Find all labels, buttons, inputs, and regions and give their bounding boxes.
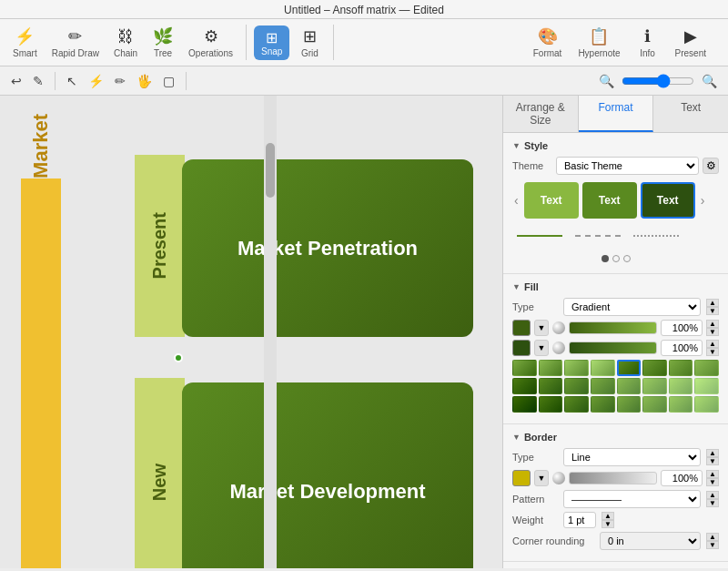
gradient-cell-14[interactable] — [669, 378, 693, 394]
canvas-scrollbar[interactable] — [264, 96, 277, 568]
stepper-down-2[interactable]: ▼ — [706, 348, 719, 356]
gradient-cell-3[interactable] — [591, 360, 615, 376]
line-swatch-dotted[interactable] — [629, 222, 683, 250]
border-stepper-up[interactable]: ▲ — [706, 449, 719, 457]
gradient-cell-22[interactable] — [669, 396, 693, 413]
zoom-slider[interactable] — [622, 74, 694, 88]
fill-gradient-bar-2[interactable] — [569, 342, 657, 354]
operations-button[interactable]: ⚙ Operations — [183, 25, 238, 60]
gradient-cell-9[interactable] — [539, 378, 563, 394]
gradient-cell-10[interactable] — [564, 378, 589, 394]
border-corner-select[interactable]: 0 in — [600, 532, 701, 550]
fill-section-header[interactable]: ▼ Fill — [512, 281, 719, 292]
border-type-stepper[interactable]: ▲ ▼ — [706, 449, 719, 465]
border-corner-stepper[interactable]: ▲ ▼ — [706, 533, 719, 549]
stepper-down[interactable]: ▼ — [706, 307, 719, 315]
fill-percent-2[interactable] — [661, 340, 703, 356]
border-stepper-color[interactable]: ▲ ▼ — [706, 470, 719, 486]
border-weight-input[interactable] — [563, 512, 596, 528]
gradient-cell-21[interactable] — [642, 396, 667, 413]
hypernote-button[interactable]: 📋 Hypernote — [572, 25, 625, 60]
lasso-button[interactable]: ⚡ — [85, 72, 107, 90]
gradient-cell-1[interactable] — [539, 360, 563, 376]
border-stepper-down[interactable]: ▼ — [706, 457, 719, 465]
style-section-header[interactable]: ▼ Style — [512, 140, 719, 151]
tab-text[interactable]: Text — [653, 96, 728, 132]
border-weight-stepper[interactable]: ▲ ▼ — [602, 512, 614, 528]
gradient-cell-17[interactable] — [539, 396, 563, 413]
border-color-swatch[interactable] — [512, 470, 531, 486]
grid-button[interactable]: ⊞ Grid — [293, 25, 326, 60]
rapid-draw-button[interactable]: ✏ Rapid Draw — [46, 25, 105, 60]
swatch-next-arrow[interactable]: › — [699, 191, 707, 209]
stepper-up-1[interactable]: ▲ — [706, 320, 719, 328]
fill-color-ball-2[interactable] — [552, 342, 565, 354]
scroll-thumb[interactable] — [266, 143, 275, 198]
border-type-select[interactable]: Line — [563, 448, 701, 466]
handle-top[interactable] — [174, 353, 183, 362]
fill-color-dropdown-2[interactable]: ▼ — [534, 340, 549, 356]
panel-scroll-area[interactable]: ▼ Style Theme Basic Theme ⚙ ‹ — [503, 133, 728, 568]
pencil-button[interactable]: ✎ — [29, 72, 47, 90]
border-pattern-stepper[interactable]: ▲ ▼ — [706, 491, 719, 507]
border-weight-stepper-up[interactable]: ▲ — [602, 512, 614, 520]
gradient-cell-7[interactable] — [694, 360, 719, 376]
stepper-up-2[interactable]: ▲ — [706, 340, 719, 348]
border-pattern-stepper-down[interactable]: ▼ — [706, 499, 719, 507]
shadow-section[interactable]: ▶ Shadow — [503, 562, 728, 568]
fill-type-select[interactable]: Gradient — [563, 298, 701, 316]
gradient-cell-20[interactable] — [617, 396, 642, 413]
fill-gradient-bar-1[interactable] — [569, 321, 657, 334]
gradient-cell-2[interactable] — [564, 360, 589, 376]
swatch-prev-arrow[interactable]: ‹ — [512, 191, 521, 209]
market-development-box[interactable]: Market Development — [182, 382, 473, 568]
gradient-cell-0[interactable] — [512, 360, 537, 376]
swatch-dark[interactable]: Text — [641, 182, 695, 219]
border-color-ball[interactable] — [552, 472, 565, 484]
gradient-cell-18[interactable] — [564, 396, 589, 413]
format-button[interactable]: 🎨 Format — [528, 25, 568, 60]
gear-button[interactable]: ⚙ — [703, 158, 719, 174]
smart-button[interactable]: ⚡ Smart — [7, 25, 43, 60]
stamp-button[interactable]: 🖐 — [133, 72, 156, 90]
gradient-cell-19[interactable] — [591, 396, 615, 413]
market-penetration-box[interactable]: Market Penetration — [182, 159, 473, 337]
pen-button[interactable]: ✏ — [111, 72, 129, 90]
stepper-down-1[interactable]: ▼ — [706, 328, 719, 336]
border-weight-stepper-down[interactable]: ▼ — [602, 520, 614, 528]
snap-button[interactable]: ⊞ Snap — [254, 25, 289, 60]
border-gradient-bar[interactable] — [569, 472, 657, 484]
gradient-cell-23[interactable] — [694, 396, 719, 413]
border-color-stepper-down[interactable]: ▼ — [706, 478, 719, 486]
border-color-stepper-up[interactable]: ▲ — [706, 470, 719, 478]
info-button[interactable]: ℹ Info — [632, 25, 664, 60]
border-percent[interactable] — [661, 470, 703, 486]
dot-1[interactable] — [602, 255, 609, 262]
gradient-cell-11[interactable] — [591, 378, 615, 394]
border-pattern-stepper-up[interactable]: ▲ — [706, 491, 719, 499]
tab-arrange[interactable]: Arrange & Size — [503, 96, 579, 132]
zoom-search-button[interactable]: 🔍 — [698, 72, 721, 90]
select-button[interactable]: ↖ — [63, 72, 81, 90]
swatch-light[interactable]: Text — [524, 182, 579, 219]
tree-button[interactable]: 🌿 Tree — [147, 25, 179, 60]
undo-button[interactable]: ↩ — [7, 72, 25, 90]
gradient-cell-12[interactable] — [617, 378, 642, 394]
gradient-cell-6[interactable] — [669, 360, 693, 376]
border-corner-stepper-up[interactable]: ▲ — [706, 533, 719, 541]
gradient-cell-5[interactable] — [642, 360, 667, 376]
line-swatch-solid[interactable] — [512, 222, 567, 250]
gradient-cell-15[interactable] — [694, 378, 719, 394]
fill-stepper-1[interactable]: ▲ ▼ — [706, 320, 719, 336]
shape-button[interactable]: ▢ — [159, 72, 178, 90]
zoom-out-button[interactable]: 🔍 — [595, 72, 618, 90]
theme-select[interactable]: Basic Theme — [556, 157, 699, 175]
fill-type-stepper[interactable]: ▲ ▼ — [706, 299, 719, 315]
fill-color-swatch-1[interactable] — [512, 320, 531, 336]
line-swatch-dashed[interactable] — [571, 222, 625, 250]
tab-format[interactable]: Format — [579, 96, 654, 132]
fill-percent-1[interactable] — [661, 320, 703, 336]
stepper-up[interactable]: ▲ — [706, 299, 719, 307]
dot-2[interactable] — [612, 255, 620, 262]
border-section-header[interactable]: ▼ Border — [512, 432, 719, 443]
